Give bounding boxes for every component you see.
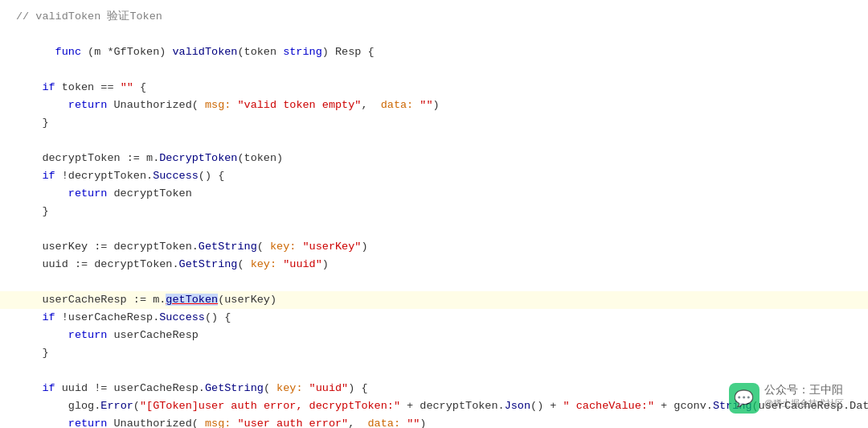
watermark-main-text: 公众号：王中阳: [764, 383, 844, 397]
code-line-18: }: [0, 344, 868, 362]
code-line-4: return Unauthorized( msg: "valid token e…: [0, 97, 868, 114]
code-line-3: if token == "" {: [0, 79, 868, 97]
code-line-9: return decryptToken: [0, 185, 868, 203]
code-line-14: [0, 274, 868, 291]
code-line-13-text: uuid := decryptToken.GetString( key: "uu…: [16, 256, 329, 274]
code-container: // validToken 验证Token func (m *GfToken) …: [0, 0, 868, 428]
code-line-15: userCacheResp := m.getToken(userKey): [0, 291, 868, 309]
code-line-20-text: if uuid != userCacheResp.GetString( key:…: [16, 380, 368, 397]
code-line-9-text: return decryptToken: [16, 185, 192, 203]
code-line-8: if !decryptToken.Success() {: [0, 167, 868, 185]
code-line-7: decryptToken := m.DecryptToken(token): [0, 150, 868, 167]
code-line-22-text: return Unauthorized( msg: "user auth err…: [16, 415, 426, 428]
code-line-16-text: if !userCacheResp.Success() {: [16, 309, 231, 327]
code-line-12-text: userKey := decryptToken.GetString( key: …: [16, 238, 368, 256]
code-line-2: func (m *GfToken) validToken(token strin…: [0, 26, 868, 79]
code-line-17: return userCacheResp: [0, 327, 868, 344]
code-line-10: }: [0, 203, 868, 220]
code-line-18-text: }: [16, 344, 49, 362]
code-line-12: userKey := decryptToken.GetString( key: …: [0, 238, 868, 256]
code-line-2-text: func (m *GfToken) validToken(token strin…: [16, 26, 375, 79]
code-line-13: uuid := decryptToken.GetString( key: "uu…: [0, 256, 868, 274]
watermark-text: 公众号：王中阳 @稀土掘金技术社区: [764, 383, 844, 409]
code-line-19: [0, 362, 868, 380]
code-line-10-text: }: [16, 203, 49, 220]
code-line-1-text: // validToken 验证Token: [16, 8, 162, 26]
code-line-15-text: userCacheResp := m.getToken(userKey): [16, 291, 276, 309]
code-line-7-text: decryptToken := m.DecryptToken(token): [16, 150, 283, 167]
code-line-5: }: [0, 114, 868, 132]
code-line-17-text: return userCacheResp: [16, 327, 199, 344]
code-line-8-text: if !decryptToken.Success() {: [16, 167, 224, 185]
code-line-4-text: return Unauthorized( msg: "valid token e…: [16, 97, 440, 114]
code-line-11: [0, 220, 868, 238]
watermark-icon: 💬: [729, 383, 760, 414]
watermark: 💬 公众号：王中阳 @稀土掘金技术社区: [729, 383, 844, 414]
code-line-3-text: if token == "" {: [16, 79, 146, 97]
code-line-16: if !userCacheResp.Success() {: [0, 309, 868, 327]
code-line-1: // validToken 验证Token: [0, 8, 868, 26]
code-line-6: [0, 132, 868, 150]
code-line-5-text: }: [16, 114, 49, 132]
code-line-22: return Unauthorized( msg: "user auth err…: [0, 415, 868, 428]
watermark-sub-text: @稀土掘金技术社区: [764, 397, 844, 409]
